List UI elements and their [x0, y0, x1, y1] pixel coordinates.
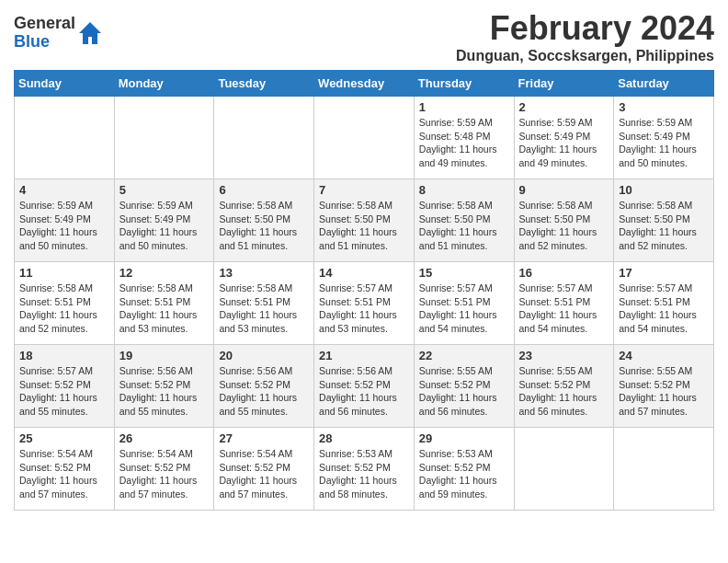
day-number: 12	[119, 266, 210, 280]
day-number: 7	[319, 183, 409, 197]
logo-general: General	[14, 15, 75, 33]
day-info: Sunrise: 5:59 AMSunset: 5:49 PMDaylight:…	[119, 199, 210, 253]
day-number: 25	[19, 431, 109, 445]
day-number: 22	[419, 349, 509, 362]
day-info: Sunrise: 5:58 AMSunset: 5:50 PMDaylight:…	[519, 199, 609, 253]
day-number: 19	[119, 349, 210, 362]
calendar-week-row: 11Sunrise: 5:58 AMSunset: 5:51 PMDayligh…	[15, 262, 714, 345]
calendar-cell: 28Sunrise: 5:53 AMSunset: 5:52 PMDayligh…	[314, 428, 415, 511]
day-number: 18	[19, 349, 109, 362]
column-header-friday: Friday	[514, 71, 614, 97]
day-number: 20	[219, 349, 309, 362]
day-number: 23	[519, 349, 609, 362]
calendar-cell: 24Sunrise: 5:55 AMSunset: 5:52 PMDayligh…	[614, 345, 714, 428]
calendar-cell: 26Sunrise: 5:54 AMSunset: 5:52 PMDayligh…	[114, 428, 214, 511]
day-number: 15	[419, 266, 509, 280]
column-header-monday: Monday	[114, 71, 214, 97]
calendar-cell: 13Sunrise: 5:58 AMSunset: 5:51 PMDayligh…	[214, 262, 314, 345]
calendar-cell: 14Sunrise: 5:57 AMSunset: 5:51 PMDayligh…	[314, 262, 415, 345]
column-header-wednesday: Wednesday	[314, 71, 415, 97]
calendar-cell: 29Sunrise: 5:53 AMSunset: 5:52 PMDayligh…	[414, 428, 514, 511]
day-number: 29	[419, 431, 509, 445]
day-number: 16	[519, 266, 609, 280]
title-area: February 2024 Dunguan, Soccsksargen, Phi…	[456, 9, 714, 64]
calendar-cell	[15, 97, 115, 179]
day-info: Sunrise: 5:58 AMSunset: 5:51 PMDaylight:…	[119, 282, 210, 336]
calendar-table: SundayMondayTuesdayWednesdayThursdayFrid…	[14, 70, 714, 511]
calendar-cell: 21Sunrise: 5:56 AMSunset: 5:52 PMDayligh…	[314, 345, 415, 428]
day-info: Sunrise: 5:54 AMSunset: 5:52 PMDaylight:…	[119, 447, 210, 501]
calendar-title: February 2024	[456, 9, 714, 48]
day-info: Sunrise: 5:54 AMSunset: 5:52 PMDaylight:…	[19, 447, 109, 501]
day-info: Sunrise: 5:56 AMSunset: 5:52 PMDaylight:…	[219, 364, 309, 419]
calendar-subtitle: Dunguan, Soccsksargen, Philippines	[456, 48, 714, 64]
calendar-cell: 7Sunrise: 5:58 AMSunset: 5:50 PMDaylight…	[314, 179, 415, 262]
svg-marker-0	[79, 22, 101, 44]
calendar-cell: 12Sunrise: 5:58 AMSunset: 5:51 PMDayligh…	[114, 262, 214, 345]
day-info: Sunrise: 5:59 AMSunset: 5:48 PMDaylight:…	[419, 116, 509, 170]
calendar-cell: 23Sunrise: 5:55 AMSunset: 5:52 PMDayligh…	[514, 345, 614, 428]
day-info: Sunrise: 5:53 AMSunset: 5:52 PMDaylight:…	[319, 447, 409, 501]
day-number: 3	[619, 100, 709, 114]
day-number: 9	[519, 183, 609, 197]
calendar-cell: 20Sunrise: 5:56 AMSunset: 5:52 PMDayligh…	[214, 345, 314, 428]
calendar-cell: 6Sunrise: 5:58 AMSunset: 5:50 PMDaylight…	[214, 179, 314, 262]
day-number: 8	[419, 183, 509, 197]
day-info: Sunrise: 5:59 AMSunset: 5:49 PMDaylight:…	[619, 116, 709, 170]
day-number: 21	[319, 349, 409, 362]
calendar-cell: 15Sunrise: 5:57 AMSunset: 5:51 PMDayligh…	[414, 262, 514, 345]
day-info: Sunrise: 5:56 AMSunset: 5:52 PMDaylight:…	[319, 364, 409, 419]
calendar-cell: 10Sunrise: 5:58 AMSunset: 5:50 PMDayligh…	[614, 179, 714, 262]
logo-icon	[77, 20, 103, 46]
calendar-cell: 2Sunrise: 5:59 AMSunset: 5:49 PMDaylight…	[514, 97, 614, 179]
calendar-cell	[114, 97, 214, 179]
day-number: 11	[19, 266, 109, 280]
calendar-cell	[614, 428, 714, 511]
day-info: Sunrise: 5:53 AMSunset: 5:52 PMDaylight:…	[419, 447, 509, 501]
day-info: Sunrise: 5:56 AMSunset: 5:52 PMDaylight:…	[119, 364, 210, 419]
column-header-tuesday: Tuesday	[214, 71, 314, 97]
day-info: Sunrise: 5:55 AMSunset: 5:52 PMDaylight:…	[519, 364, 609, 419]
logo-blue: Blue	[14, 33, 75, 52]
day-number: 24	[619, 349, 709, 362]
calendar-cell: 4Sunrise: 5:59 AMSunset: 5:49 PMDaylight…	[15, 179, 115, 262]
calendar-cell	[314, 97, 415, 179]
column-header-sunday: Sunday	[15, 71, 115, 97]
calendar-week-row: 25Sunrise: 5:54 AMSunset: 5:52 PMDayligh…	[15, 428, 714, 511]
calendar-week-row: 18Sunrise: 5:57 AMSunset: 5:52 PMDayligh…	[15, 345, 714, 428]
calendar-cell: 22Sunrise: 5:55 AMSunset: 5:52 PMDayligh…	[414, 345, 514, 428]
calendar-cell: 18Sunrise: 5:57 AMSunset: 5:52 PMDayligh…	[15, 345, 115, 428]
day-number: 13	[219, 266, 309, 280]
day-info: Sunrise: 5:57 AMSunset: 5:52 PMDaylight:…	[19, 364, 109, 419]
day-number: 28	[319, 431, 409, 445]
calendar-cell: 27Sunrise: 5:54 AMSunset: 5:52 PMDayligh…	[214, 428, 314, 511]
day-info: Sunrise: 5:59 AMSunset: 5:49 PMDaylight:…	[519, 116, 609, 170]
day-info: Sunrise: 5:58 AMSunset: 5:51 PMDaylight:…	[19, 282, 109, 336]
day-info: Sunrise: 5:59 AMSunset: 5:49 PMDaylight:…	[19, 199, 109, 253]
calendar-cell: 1Sunrise: 5:59 AMSunset: 5:48 PMDaylight…	[414, 97, 514, 179]
calendar-cell: 9Sunrise: 5:58 AMSunset: 5:50 PMDaylight…	[514, 179, 614, 262]
calendar-cell: 17Sunrise: 5:57 AMSunset: 5:51 PMDayligh…	[614, 262, 714, 345]
day-info: Sunrise: 5:58 AMSunset: 5:50 PMDaylight:…	[419, 199, 509, 253]
day-info: Sunrise: 5:58 AMSunset: 5:50 PMDaylight:…	[319, 199, 409, 253]
day-number: 14	[319, 266, 409, 280]
day-info: Sunrise: 5:58 AMSunset: 5:50 PMDaylight:…	[619, 199, 709, 253]
day-number: 10	[619, 183, 709, 197]
day-number: 27	[219, 431, 309, 445]
calendar-cell: 19Sunrise: 5:56 AMSunset: 5:52 PMDayligh…	[114, 345, 214, 428]
calendar-cell: 11Sunrise: 5:58 AMSunset: 5:51 PMDayligh…	[15, 262, 115, 345]
calendar-header-row: SundayMondayTuesdayWednesdayThursdayFrid…	[15, 71, 714, 97]
day-number: 5	[119, 183, 210, 197]
calendar-cell: 25Sunrise: 5:54 AMSunset: 5:52 PMDayligh…	[15, 428, 115, 511]
day-info: Sunrise: 5:55 AMSunset: 5:52 PMDaylight:…	[419, 364, 509, 419]
calendar-week-row: 4Sunrise: 5:59 AMSunset: 5:49 PMDaylight…	[15, 179, 714, 262]
day-info: Sunrise: 5:57 AMSunset: 5:51 PMDaylight:…	[419, 282, 509, 336]
day-number: 17	[619, 266, 709, 280]
calendar-cell: 3Sunrise: 5:59 AMSunset: 5:49 PMDaylight…	[614, 97, 714, 179]
day-number: 1	[419, 100, 509, 114]
calendar-cell	[214, 97, 314, 179]
day-info: Sunrise: 5:55 AMSunset: 5:52 PMDaylight:…	[619, 364, 709, 419]
day-info: Sunrise: 5:54 AMSunset: 5:52 PMDaylight:…	[219, 447, 309, 501]
calendar-week-row: 1Sunrise: 5:59 AMSunset: 5:48 PMDaylight…	[15, 97, 714, 179]
column-header-saturday: Saturday	[614, 71, 714, 97]
